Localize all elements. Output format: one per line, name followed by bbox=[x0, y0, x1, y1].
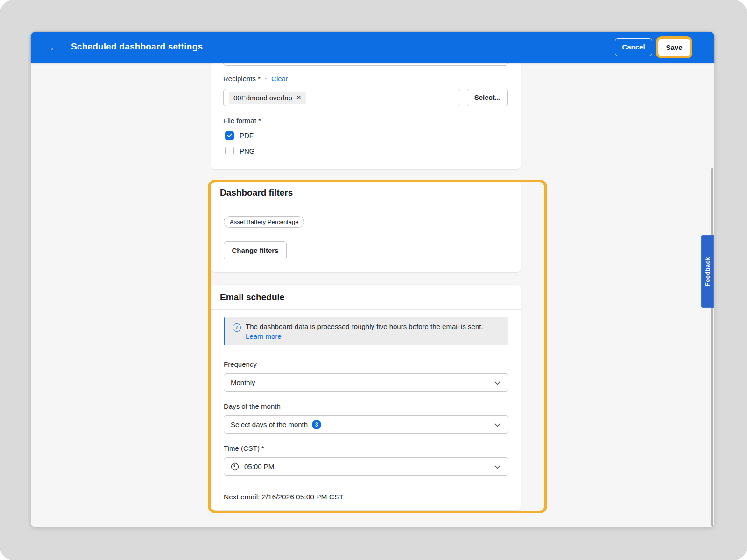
app-header: ← Scheduled dashboard settings Cancel Sa… bbox=[31, 32, 714, 63]
app-window: Recipients * · Clear 00Edmond overlap ✕ … bbox=[31, 32, 714, 527]
recipients-label: Recipients * bbox=[223, 75, 261, 83]
desktop-background: Recipients * · Clear 00Edmond overlap ✕ … bbox=[0, 0, 747, 560]
selected-days-count-badge: 3 bbox=[312, 420, 321, 429]
back-arrow-icon[interactable]: ← bbox=[47, 40, 62, 55]
cancel-button[interactable]: Cancel bbox=[615, 38, 652, 56]
feedback-tab[interactable]: Feedback bbox=[701, 235, 714, 308]
frequency-select[interactable]: Monthly bbox=[224, 373, 508, 392]
vertical-scrollbar[interactable] bbox=[711, 168, 713, 526]
pdf-label: PDF bbox=[240, 132, 254, 140]
days-of-month-label: Days of the month bbox=[224, 402, 281, 410]
info-message: The dashboard data is processed roughly … bbox=[246, 322, 483, 330]
time-label: Time (CST) * bbox=[224, 444, 264, 452]
clear-recipients-link[interactable]: Clear bbox=[271, 75, 288, 83]
dashboard-filters-card: Dashboard filters Asset Battery Percenta… bbox=[211, 181, 521, 272]
recipient-chip-label: 00Edmond overlap bbox=[233, 94, 292, 102]
next-email-text: Next email: 2/16/2026 05:00 PM CST bbox=[224, 493, 344, 501]
close-icon[interactable]: ✕ bbox=[296, 94, 302, 101]
checkmark-icon bbox=[227, 132, 232, 137]
clock-icon bbox=[231, 462, 239, 471]
chevron-down-icon bbox=[494, 421, 500, 427]
change-filters-button[interactable]: Change filters bbox=[224, 241, 287, 259]
png-label: PNG bbox=[240, 147, 255, 155]
info-icon: i bbox=[233, 323, 241, 332]
chevron-down-icon bbox=[494, 379, 500, 385]
divider bbox=[211, 212, 521, 212]
email-schedule-card: Email schedule i The dashboard data is p… bbox=[211, 285, 521, 510]
frequency-value: Monthly bbox=[231, 378, 255, 386]
time-value: 05:00 PM bbox=[244, 462, 274, 470]
divider bbox=[211, 309, 521, 310]
png-option-row: PNG bbox=[225, 147, 255, 155]
dashboard-filters-title: Dashboard filters bbox=[220, 188, 293, 198]
pdf-checkbox[interactable] bbox=[225, 131, 234, 140]
recipient-chip[interactable]: 00Edmond overlap ✕ bbox=[229, 92, 306, 104]
chevron-down-icon bbox=[494, 463, 500, 469]
days-of-month-value: Select days of the month bbox=[231, 420, 308, 428]
learn-more-link[interactable]: Learn more bbox=[246, 332, 282, 340]
save-button[interactable]: Save bbox=[658, 39, 690, 56]
email-schedule-title: Email schedule bbox=[220, 292, 284, 302]
time-select[interactable]: 05:00 PM bbox=[224, 457, 508, 476]
recipients-label-row: Recipients * · Clear bbox=[223, 75, 288, 83]
info-banner: i The dashboard data is processed roughl… bbox=[224, 317, 508, 345]
days-of-month-select[interactable]: Select days of the month 3 bbox=[224, 415, 508, 434]
page-title: Scheduled dashboard settings bbox=[71, 42, 203, 52]
info-banner-text: The dashboard data is processed roughly … bbox=[246, 322, 498, 341]
label-separator: · bbox=[265, 75, 267, 83]
recipients-input[interactable]: 00Edmond overlap ✕ bbox=[223, 89, 460, 106]
pdf-option-row: PDF bbox=[225, 131, 254, 140]
file-format-label: File format * bbox=[223, 117, 261, 125]
filter-chip: Asset Battery Percentage bbox=[224, 216, 304, 228]
select-recipients-button[interactable]: Select... bbox=[467, 89, 508, 106]
frequency-label: Frequency bbox=[224, 360, 257, 368]
feedback-tab-label: Feedback bbox=[704, 257, 711, 286]
png-checkbox[interactable] bbox=[225, 147, 234, 155]
